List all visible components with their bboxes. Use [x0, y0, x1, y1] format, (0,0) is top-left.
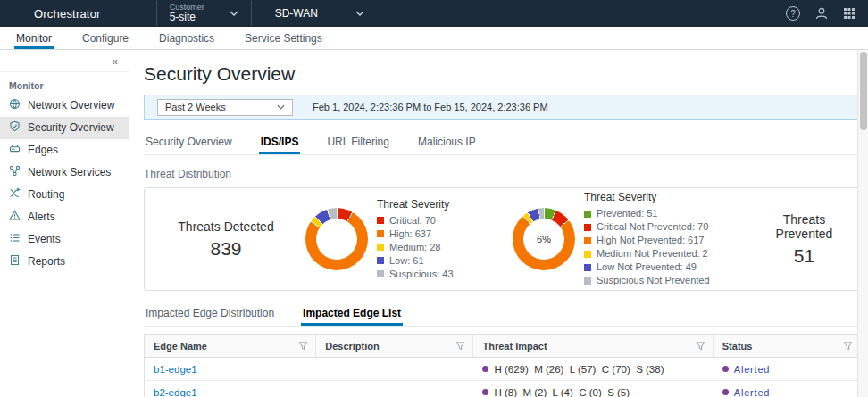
legend-swatch: [377, 230, 384, 237]
sidebar-item-label: Network Overview: [28, 99, 114, 112]
threats-prevented-label: Threats Prevented: [763, 212, 846, 241]
customer-selector-value: 5-site: [170, 12, 204, 24]
sidebar-item-routing[interactable]: Routing: [0, 184, 129, 206]
sidebar-item-label: Edges: [28, 144, 58, 157]
threat-impact-text: H (629) M (26) L (57) C (70) S (38): [494, 364, 664, 375]
legend-swatch: [584, 251, 591, 258]
nav-tab-service-settings[interactable]: Service Settings: [243, 27, 324, 49]
sidebar-item-label: Reports: [28, 255, 65, 269]
legend-swatch: [377, 244, 384, 251]
chevron-down-icon: [355, 11, 364, 16]
alert-triangle-icon: [9, 210, 21, 225]
legend-swatch: [584, 211, 591, 218]
threats-detected-value: 839: [159, 238, 293, 260]
security-tabs: Security Overview IDS/IPS URL Filtering …: [144, 130, 861, 155]
threats-detected-stat: Threats Detected 839: [159, 219, 293, 260]
time-range-dropdown[interactable]: Past 2 Weeks: [157, 99, 293, 116]
sidebar-item-label: Routing: [28, 188, 64, 202]
column-header-status: Status: [714, 335, 860, 357]
tab-malicious-ip[interactable]: Malicious IP: [416, 130, 478, 154]
legend-swatch: [584, 224, 591, 231]
legend-label: Medium Not Prevented: 2: [597, 247, 708, 261]
user-icon[interactable]: [814, 6, 829, 21]
legend-title: Threat Severity: [377, 198, 509, 211]
legend-label: Suspicious: 43: [389, 268, 454, 281]
description-cell: [316, 358, 473, 380]
column-header-threat-impact: Threat Impact: [473, 335, 713, 357]
sidebar-item-label: Alerts: [28, 211, 55, 224]
tab-impacted-edge-list[interactable]: Impacted Edge List: [301, 302, 403, 326]
status-badge: Alerted: [734, 364, 770, 375]
filter-icon[interactable]: [455, 342, 465, 351]
threats-prevented-stat: Threats Prevented 51: [763, 212, 846, 267]
sidebar-item-events[interactable]: Events: [0, 228, 129, 251]
edges-icon: [9, 143, 21, 158]
legend-label: Medium: 28: [389, 241, 440, 254]
table-row[interactable]: b2-edge1 H (8) M (2) L (4) C (0) S (5) A…: [145, 381, 860, 397]
section-heading: Threat Distribution: [144, 168, 861, 180]
filter-icon[interactable]: [696, 342, 705, 351]
chevron-down-icon: [277, 104, 285, 110]
scrollbar[interactable]: [857, 50, 868, 397]
tab-url-filtering[interactable]: URL Filtering: [325, 130, 391, 154]
help-icon[interactable]: ?: [786, 6, 800, 21]
tab-impacted-edge-distribution[interactable]: Impacted Edge Distribution: [144, 302, 276, 326]
legend-swatch: [377, 217, 384, 224]
top-bar: Orchestrator Customer 5-site SD-WAN ?: [0, 0, 868, 27]
network-overview-icon: [9, 98, 21, 113]
network-services-icon: [9, 165, 21, 180]
product-selector-value: SD-WAN: [275, 7, 318, 20]
legend-label: Low Not Prevented: 49: [597, 261, 697, 274]
sidebar-item-reports[interactable]: Reports: [0, 251, 129, 273]
sidebar-item-label: Events: [28, 233, 61, 246]
legend-label: Suspicious Not Prevented: [597, 274, 710, 287]
nav-tab-diagnostics[interactable]: Diagnostics: [157, 27, 216, 49]
sidebar-item-network-services[interactable]: Network Services: [0, 161, 129, 184]
impacted-edge-table: Edge Name Description Threat Impact Stat…: [144, 334, 861, 397]
column-header-description: Description: [316, 335, 473, 357]
threats-prevented-value: 51: [763, 245, 846, 267]
legend-swatch: [584, 277, 591, 285]
sidebar-item-edges[interactable]: Edges: [0, 139, 129, 161]
legend-label: Critical Not Prevented: 70: [597, 220, 708, 234]
legend-label: Prevented: 51: [597, 207, 658, 220]
filter-icon[interactable]: [843, 342, 853, 351]
threat-impact-text: H (8) M (2) L (4) C (0) S (5): [494, 387, 630, 397]
nav-tab-configure[interactable]: Configure: [80, 27, 130, 49]
table-row[interactable]: b1-edge1 H (629) M (26) L (57) C (70) S …: [145, 358, 860, 381]
threat-impact-dot: [482, 366, 488, 372]
legend-label: High Not Prevented: 617: [597, 234, 704, 247]
apps-grid-icon[interactable]: [843, 7, 855, 20]
tab-ids-ips[interactable]: IDS/IPS: [259, 130, 301, 154]
app-title: Orchestrator: [34, 7, 101, 21]
customer-selector[interactable]: Customer 5-site: [156, 1, 252, 26]
tab-security-overview[interactable]: Security Overview: [144, 130, 234, 154]
sidebar-collapse-button[interactable]: «: [112, 55, 118, 67]
threat-impact-dot: [482, 389, 488, 395]
threat-distribution-card: Threats Detected 839 Threat Severity Cri…: [144, 187, 861, 291]
status-badge: Alerted: [734, 387, 770, 397]
edge-name-link[interactable]: b2-edge1: [154, 387, 197, 397]
sidebar-item-security-overview[interactable]: Security Overview: [0, 117, 129, 139]
time-range-selected: Past 2 Weeks: [165, 102, 226, 112]
sidebar-section-label: Monitor: [0, 72, 129, 95]
sidebar-item-alerts[interactable]: Alerts: [0, 206, 129, 228]
donut-center-label: 6%: [523, 219, 564, 260]
events-list-icon: [9, 232, 21, 247]
time-range-text: Feb 1, 2024, 2:23:36 PM to Feb 15, 2024,…: [313, 102, 548, 112]
product-selector[interactable]: SD-WAN: [275, 7, 364, 20]
nav-tab-monitor[interactable]: Monitor: [14, 27, 54, 49]
time-range-bar: Past 2 Weeks Feb 1, 2024, 2:23:36 PM to …: [144, 95, 861, 120]
legend-swatch: [584, 237, 591, 244]
filter-icon[interactable]: [298, 342, 308, 351]
page-title: Security Overview: [144, 63, 861, 85]
report-document-icon: [9, 254, 21, 269]
description-cell: [316, 381, 473, 397]
chevron-down-icon: [230, 11, 238, 16]
edge-name-link[interactable]: b1-edge1: [154, 364, 197, 375]
status-dot: [722, 389, 729, 395]
sidebar-item-network-overview[interactable]: Network Overview: [0, 95, 129, 117]
threats-detected-label: Threats Detected: [159, 219, 293, 234]
primary-nav: Monitor Configure Diagnostics Service Se…: [0, 27, 868, 50]
scrollbar-thumb[interactable]: [860, 52, 867, 130]
